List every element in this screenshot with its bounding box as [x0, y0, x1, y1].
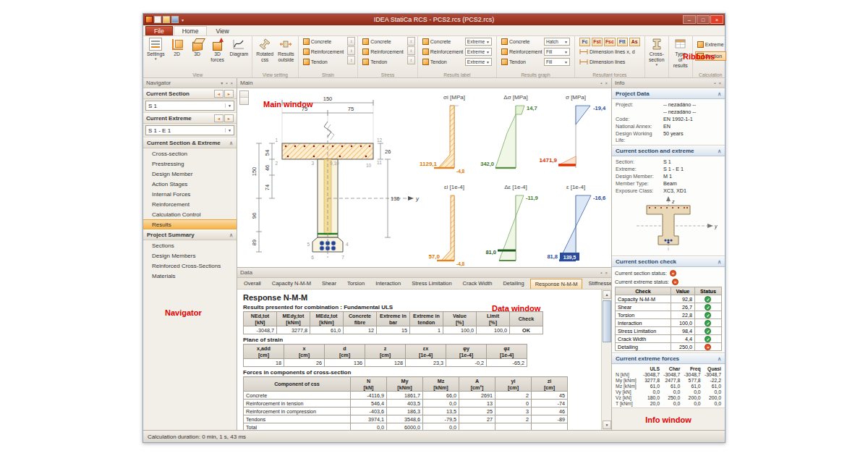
nav-item-design-members[interactable]: Design Members [143, 250, 237, 261]
strain-tendon-extremes-toggle[interactable]: ↕ [347, 56, 355, 64]
results-label-reinforcement-select[interactable]: Extreme▼ [465, 48, 492, 56]
current-section-extreme-header[interactable]: Current section and extreme ∧ [612, 145, 725, 156]
nav-item-internal-forces[interactable]: Internal Forces [143, 189, 237, 199]
stress-reinforcement-button[interactable]: Reinforcement [360, 47, 406, 56]
ftt-toggle-button[interactable]: Ftt [617, 38, 628, 46]
fc-toggle-button[interactable]: Fc [579, 38, 590, 46]
results-graph-tendon-select[interactable]: Fill▼ [544, 58, 570, 66]
close-button[interactable]: × [710, 15, 723, 24]
strain-reinforcement-extremes-toggle[interactable]: ↕ [347, 46, 355, 55]
main-pin-icon[interactable]: ▪ [600, 81, 603, 85]
tab-detailing[interactable]: Detailing [498, 278, 529, 289]
data-pin-icon[interactable]: ▪ [600, 271, 603, 275]
results-graph-concrete-select[interactable]: Hatch▼ [544, 38, 570, 46]
cross-section-button[interactable]: Cross-section ▾ [647, 37, 666, 67]
strain-concrete-extremes-toggle[interactable]: ↕ [347, 37, 355, 46]
tab-interaction[interactable]: Interaction [370, 278, 406, 289]
as-toggle-button[interactable]: As [629, 38, 640, 46]
next-section-button[interactable]: ► [224, 90, 234, 98]
strain-tendon-button[interactable]: Tendon [301, 57, 346, 67]
tab-capacity-n-m-m[interactable]: Capacity N-M-M [267, 278, 316, 289]
nav-item-sections[interactable]: Sections [143, 240, 237, 250]
view-3d-button[interactable]: 3D [188, 37, 207, 58]
current-extreme-select[interactable]: S 1 - E 1 ▼ [145, 125, 234, 135]
stress-tendon-button[interactable]: Tendon [360, 57, 406, 67]
tab-torsion[interactable]: Torsion [342, 278, 370, 289]
info-pin-icon[interactable]: ▪ [713, 81, 716, 85]
section-extreme-accordion-header[interactable]: Current Section & Extreme ∧ [143, 138, 237, 148]
maximize-button[interactable]: □ [697, 15, 710, 24]
project-summary-accordion-header[interactable]: Project Summary ∧ [143, 229, 237, 240]
section-calculation-button[interactable]: Section [695, 51, 726, 61]
quick-access-chevron-icon[interactable]: ▾ [180, 17, 185, 22]
extreme-calculation-button[interactable]: Extreme [695, 40, 726, 49]
scrollbar-thumb[interactable] [603, 300, 611, 342]
minimize-button[interactable]: – [683, 15, 696, 24]
stress-concrete-button[interactable]: Concrete [360, 37, 406, 46]
svg-text:4: 4 [346, 242, 349, 247]
previous-extreme-button[interactable]: ◄ [214, 114, 224, 122]
fst-toggle-button[interactable]: Fst [592, 38, 603, 46]
nav-item-materials[interactable]: Materials [143, 271, 237, 281]
current-extreme-forces-header[interactable]: Current extreme forces ∧ [612, 353, 725, 364]
view-split-buttons[interactable] [239, 90, 249, 105]
table-cell: 26 [284, 359, 325, 367]
strain-reinforcement-button[interactable]: Reinforcement [301, 47, 346, 56]
panel-menu-icon[interactable]: ▾ [220, 80, 224, 85]
tab-overall[interactable]: Overall [239, 278, 266, 289]
info-close-icon[interactable]: × [718, 81, 722, 85]
stress-reinforcement-extremes-toggle[interactable]: ↕ [407, 46, 415, 55]
tab-view[interactable]: View [208, 27, 237, 35]
svg-text:z: z [671, 199, 675, 204]
results-label-tendon-select[interactable]: Extreme▼ [465, 58, 492, 66]
previous-section-button[interactable]: ◄ [214, 90, 224, 98]
nav-item-reinforced-cross-sections[interactable]: Reinforced Cross-Sections [143, 261, 237, 271]
tab-file[interactable]: File [145, 26, 173, 35]
diagram-button[interactable]: Diagram [229, 37, 250, 58]
title-bar[interactable]: ▾ IDEA StatiCa RCS - PCS2.rcs (PCS2.rcs)… [143, 14, 725, 25]
current-section-check-header[interactable]: Current section check ∧ [612, 256, 725, 267]
strain-concrete-button[interactable]: Concrete [301, 37, 346, 46]
table-cell: -3048,7 [244, 326, 277, 334]
scroll-down-button[interactable]: ▼ [603, 421, 611, 429]
tab-stress-limitation[interactable]: Stress Limitation [407, 278, 456, 289]
stress-tendon-extremes-toggle[interactable]: ↕ [407, 56, 415, 64]
nav-item-calculation-control[interactable]: Calculation Control [143, 209, 237, 219]
current-section-select[interactable]: S 1 ▼ [145, 101, 234, 111]
scroll-up-button[interactable]: ▲ [603, 290, 611, 299]
dimension-lines-xd-label: Dimension lines x, d [590, 49, 635, 54]
tab-response-n-m-m[interactable]: Response N-M-M [530, 279, 583, 289]
data-close-icon[interactable]: × [604, 271, 608, 275]
nav-item-prestressing[interactable]: Prestressing [143, 159, 237, 169]
tab-home[interactable]: Home [174, 26, 208, 35]
tab-crack-width[interactable]: Crack Width [458, 278, 498, 289]
dimension-lines-button[interactable]: Dimension lines [577, 57, 642, 67]
type-of-results-button[interactable]: Type of results [671, 37, 690, 69]
nav-item-cross-section[interactable]: Cross-section [143, 148, 237, 159]
nav-item-reinforcement[interactable]: Reinforcement [143, 199, 237, 209]
nav-item-results[interactable]: Results [143, 219, 237, 229]
tab-shear[interactable]: Shear [317, 278, 341, 289]
rotated-css-button[interactable]: Rotated css [255, 37, 275, 64]
next-extreme-button[interactable]: ► [224, 114, 234, 122]
new-project-icon[interactable] [154, 16, 161, 23]
open-project-icon[interactable] [163, 16, 170, 23]
fsc-toggle-button[interactable]: Fsc [604, 38, 616, 46]
results-label-concrete-select[interactable]: Extreme▼ [465, 38, 492, 46]
main-canvas[interactable]: 150 75 75 [237, 88, 611, 267]
nav-item-design-member[interactable]: Design Member [143, 169, 237, 179]
save-project-icon[interactable] [171, 16, 179, 23]
view-2d-button[interactable]: 2D [168, 37, 187, 58]
dimension-lines-xd-button[interactable]: Dimension lines x, d [577, 47, 642, 56]
stress-concrete-extremes-toggle[interactable]: ↕ [407, 37, 415, 46]
panel-close-icon[interactable]: × [229, 81, 234, 85]
scrollbar[interactable]: ▲ ▼ [601, 290, 611, 430]
project-data-header[interactable]: Project Data ∧ [612, 88, 725, 99]
main-close-icon[interactable]: × [604, 81, 608, 85]
view-3d-forces-button[interactable]: 3D forces [208, 37, 227, 64]
nav-item-action-stages[interactable]: Action Stages [143, 179, 237, 189]
panel-pin-icon[interactable]: ▪ [225, 81, 228, 85]
results-outside-button[interactable]: Results outside [276, 37, 296, 64]
settings-button[interactable]: Settings ▾ [145, 37, 166, 62]
results-graph-reinforcement-select[interactable]: Fill▼ [544, 48, 570, 56]
